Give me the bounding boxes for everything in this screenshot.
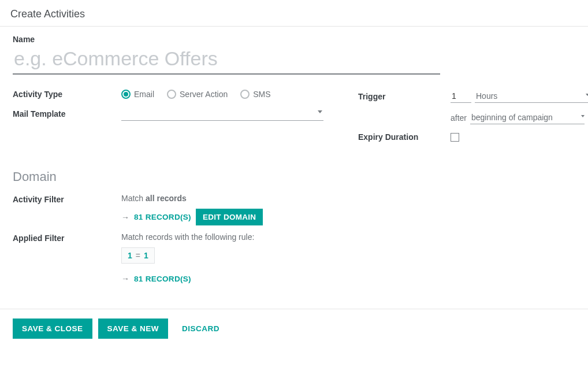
radio-email-label: Email bbox=[134, 90, 154, 99]
dialog-footer: SAVE & CLOSE SAVE & NEW DISCARD bbox=[0, 309, 588, 348]
rule-lhs: 1 bbox=[128, 251, 132, 260]
save-new-button[interactable]: SAVE & NEW bbox=[98, 319, 169, 339]
radio-sms-label: SMS bbox=[253, 90, 270, 99]
radio-circle-icon bbox=[240, 90, 250, 99]
mail-template-select[interactable] bbox=[121, 107, 323, 121]
caret-down-icon bbox=[581, 115, 585, 117]
activity-type-radio-group: Email Server Action SMS bbox=[121, 90, 271, 99]
radio-server-action[interactable]: Server Action bbox=[167, 90, 228, 99]
trigger-relative-value: beginning of campaign bbox=[471, 113, 553, 122]
caret-down-icon bbox=[318, 110, 322, 113]
name-label: Name bbox=[13, 35, 575, 44]
trigger-relative-select[interactable]: beginning of campaign bbox=[470, 111, 585, 124]
edit-domain-button[interactable]: EDIT DOMAIN bbox=[196, 209, 263, 225]
applied-filter-desc: Match records with the following rule: bbox=[121, 232, 254, 242]
rule-operator: = bbox=[136, 251, 140, 260]
dialog-title: Create Activities bbox=[0, 0, 588, 26]
activity-type-label: Activity Type bbox=[13, 90, 121, 99]
radio-circle-icon bbox=[121, 90, 131, 99]
trigger-unit-value: Hours bbox=[476, 91, 497, 101]
radio-email[interactable]: Email bbox=[121, 90, 154, 99]
trigger-label: Trigger bbox=[358, 92, 451, 101]
domain-section-title: Domain bbox=[13, 169, 575, 184]
radio-server-action-label: Server Action bbox=[180, 90, 228, 99]
applied-filter-records-link[interactable]: 81 RECORD(S) bbox=[134, 275, 191, 283]
activity-filter-records-link[interactable]: 81 RECORD(S) bbox=[134, 213, 191, 221]
applied-filter-rule: 1 = 1 bbox=[121, 247, 155, 264]
applied-filter-label: Applied Filter bbox=[13, 232, 121, 243]
rule-rhs: 1 bbox=[144, 251, 148, 260]
match-bold: all records bbox=[146, 194, 187, 203]
expiry-label: Expiry Duration bbox=[358, 132, 451, 142]
radio-sms[interactable]: SMS bbox=[240, 90, 270, 99]
activity-filter-label: Activity Filter bbox=[13, 194, 121, 204]
trigger-after-word: after bbox=[451, 113, 467, 123]
caret-down-icon bbox=[586, 94, 588, 96]
activity-filter-match-text: Match all records bbox=[121, 194, 187, 203]
name-input[interactable] bbox=[13, 44, 440, 75]
expiry-checkbox[interactable] bbox=[451, 133, 459, 142]
save-close-button[interactable]: SAVE & CLOSE bbox=[13, 319, 92, 339]
discard-button[interactable]: DISCARD bbox=[174, 319, 228, 339]
arrow-right-icon: → bbox=[121, 274, 129, 283]
trigger-unit-select[interactable]: Hours bbox=[475, 90, 588, 103]
radio-circle-icon bbox=[167, 90, 176, 99]
dialog-body: Name Activity Type Email Server Action bbox=[0, 26, 588, 309]
arrow-right-icon: → bbox=[121, 213, 129, 222]
mail-template-label: Mail Template bbox=[13, 109, 121, 119]
trigger-number-input[interactable] bbox=[451, 90, 471, 103]
match-prefix: Match bbox=[121, 194, 146, 203]
